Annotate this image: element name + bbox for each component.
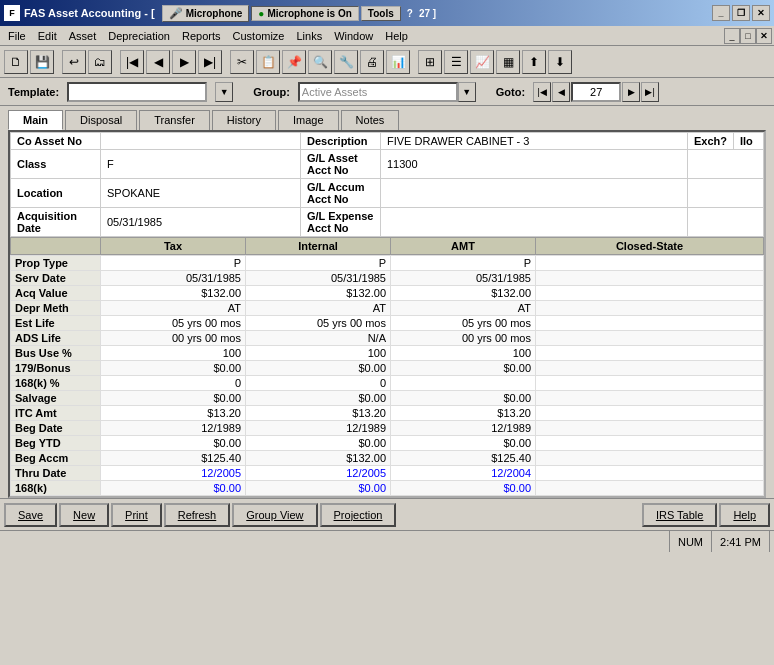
microphone-btn[interactable]: 🎤 Microphone xyxy=(162,5,250,22)
help-button[interactable]: Help xyxy=(719,503,770,527)
menu-window[interactable]: Window xyxy=(328,28,379,44)
print-btn[interactable]: 🖨 xyxy=(360,50,384,74)
close-btn[interactable]: ✕ xyxy=(752,5,770,21)
row-tax: $0.00 xyxy=(101,436,246,451)
gl-asset-value: 11300 xyxy=(381,150,688,179)
import-btn[interactable]: ⬇ xyxy=(548,50,572,74)
redo-btn[interactable]: 🗂 xyxy=(88,50,112,74)
row-label: Bus Use % xyxy=(11,346,101,361)
window-controls: _ ❐ ✕ xyxy=(712,5,770,21)
template-input[interactable] xyxy=(67,82,207,102)
row-amt: $0.00 xyxy=(391,481,536,496)
goto-last-btn[interactable]: ▶| xyxy=(641,82,659,102)
row-internal: P xyxy=(246,256,391,271)
menu-edit[interactable]: Edit xyxy=(32,28,63,44)
row-amt: 12/2004 xyxy=(391,466,536,481)
refresh-button[interactable]: Refresh xyxy=(164,503,231,527)
last-btn[interactable]: ▶| xyxy=(198,50,222,74)
copy-btn[interactable]: 📋 xyxy=(256,50,280,74)
tab-main[interactable]: Main xyxy=(8,110,63,130)
row-internal: $132.00 xyxy=(246,286,391,301)
row-label: Est Life xyxy=(11,316,101,331)
tab-notes[interactable]: Notes xyxy=(341,110,400,130)
row-tax: 00 yrs 00 mos xyxy=(101,331,246,346)
goto-prev-btn[interactable]: ◀ xyxy=(552,82,570,102)
paste-btn[interactable]: 📌 xyxy=(282,50,306,74)
tab-disposal[interactable]: Disposal xyxy=(65,110,137,130)
projection-button[interactable]: Projection xyxy=(320,503,397,527)
first-btn[interactable]: |◀ xyxy=(120,50,144,74)
chart-btn[interactable]: 📈 xyxy=(470,50,494,74)
print-button[interactable]: Print xyxy=(111,503,162,527)
tab-image[interactable]: Image xyxy=(278,110,339,130)
row-closed xyxy=(536,391,764,406)
gl-asset-label: G/L Asset Acct No xyxy=(301,150,381,179)
row-amt: 100 xyxy=(391,346,536,361)
new-button[interactable]: New xyxy=(59,503,109,527)
goto-first-btn[interactable]: |◀ xyxy=(533,82,551,102)
gl-expense-value xyxy=(381,208,688,237)
row-closed xyxy=(536,331,764,346)
menu-depreciation[interactable]: Depreciation xyxy=(102,28,176,44)
row-amt: AT xyxy=(391,301,536,316)
template-bar: Template: ▼ Group: ▼ Goto: |◀ ◀ ▶ ▶| xyxy=(0,78,774,106)
row-tax: P xyxy=(101,256,246,271)
save-button[interactable]: Save xyxy=(4,503,57,527)
group-dropdown-btn[interactable]: ▼ xyxy=(458,82,476,102)
row-label: Beg Accm xyxy=(11,451,101,466)
grid-btn[interactable]: ⊞ xyxy=(418,50,442,74)
delete-btn[interactable]: ✂ xyxy=(230,50,254,74)
table-row: 179/Bonus $0.00 $0.00 $0.00 xyxy=(11,361,764,376)
irs-table-button[interactable]: IRS Table xyxy=(642,503,718,527)
menu-links[interactable]: Links xyxy=(290,28,328,44)
goto-next-btn[interactable]: ▶ xyxy=(622,82,640,102)
menu-close-btn[interactable]: ✕ xyxy=(756,28,772,44)
menu-min-btn[interactable]: _ xyxy=(724,28,740,44)
row-internal: 12/1989 xyxy=(246,421,391,436)
minimize-btn[interactable]: _ xyxy=(712,5,730,21)
group-label: Group: xyxy=(253,86,290,98)
save-btn[interactable]: 💾 xyxy=(30,50,54,74)
group-input[interactable] xyxy=(298,82,458,102)
row-label: 179/Bonus xyxy=(11,361,101,376)
table-btn[interactable]: ▦ xyxy=(496,50,520,74)
menu-max-btn[interactable]: □ xyxy=(740,28,756,44)
report-btn[interactable]: 📊 xyxy=(386,50,410,74)
list-btn[interactable]: ☰ xyxy=(444,50,468,74)
new-asset-btn[interactable]: 🗋 xyxy=(4,50,28,74)
template-dropdown-btn[interactable]: ▼ xyxy=(215,82,233,102)
menu-reports[interactable]: Reports xyxy=(176,28,227,44)
undo-btn[interactable]: ↩ xyxy=(62,50,86,74)
row-internal: $132.00 xyxy=(246,451,391,466)
menu-asset[interactable]: Asset xyxy=(63,28,103,44)
co-asset-no-value xyxy=(101,133,301,150)
location-value: SPOKANE xyxy=(101,179,301,208)
goto-input[interactable] xyxy=(571,82,621,102)
menu-file[interactable]: File xyxy=(2,28,32,44)
next-icon-btn[interactable]: ▶ xyxy=(172,50,196,74)
row-closed xyxy=(536,316,764,331)
row-amt: $0.00 xyxy=(391,391,536,406)
microphone-icon: 🎤 xyxy=(169,7,183,20)
row-label: Beg Date xyxy=(11,421,101,436)
template-label: Template: xyxy=(8,86,59,98)
tab-transfer[interactable]: Transfer xyxy=(139,110,210,130)
maximize-btn[interactable]: ❐ xyxy=(732,5,750,21)
prev-btn[interactable]: ◀ xyxy=(146,50,170,74)
tools-btn[interactable]: Tools xyxy=(361,6,401,21)
table-row: Prop Type P P P xyxy=(11,256,764,271)
row-closed xyxy=(536,421,764,436)
calc-btn[interactable]: 🔧 xyxy=(334,50,358,74)
group-view-button[interactable]: Group View xyxy=(232,503,317,527)
row-tax: $0.00 xyxy=(101,361,246,376)
find-btn[interactable]: 🔍 xyxy=(308,50,332,74)
row-closed xyxy=(536,346,764,361)
table-row: 168(k) $0.00 $0.00 $0.00 xyxy=(11,481,764,496)
goto-label: Goto: xyxy=(496,86,525,98)
row-closed xyxy=(536,376,764,391)
tab-history[interactable]: History xyxy=(212,110,276,130)
export-btn[interactable]: ⬆ xyxy=(522,50,546,74)
row-internal: $0.00 xyxy=(246,481,391,496)
menu-customize[interactable]: Customize xyxy=(227,28,291,44)
menu-help[interactable]: Help xyxy=(379,28,414,44)
